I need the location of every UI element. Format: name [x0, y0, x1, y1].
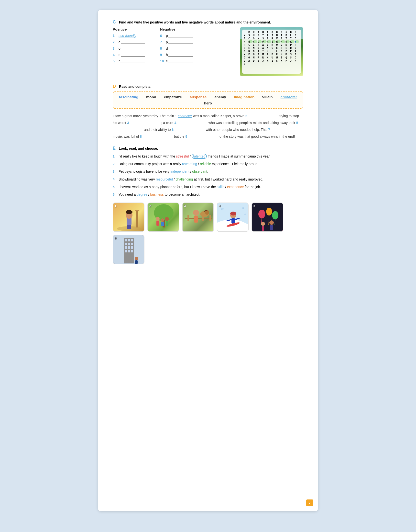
negative-item-7: 7 p	[160, 40, 193, 44]
svg-text:❄: ❄	[242, 206, 244, 210]
section-e-header: E Look, read, and choose.	[113, 146, 303, 151]
svg-rect-60	[131, 250, 133, 252]
wordsearch: MRAHAQDDGOP YSUSTAINABLE FCONSERVATIO NE…	[240, 27, 303, 76]
svg-rect-36	[252, 203, 283, 232]
svg-point-32	[230, 212, 236, 215]
opt-rewarding[interactable]: rewarding	[182, 162, 197, 166]
wb-empathize: empathize	[164, 95, 182, 99]
negative-column: Negative 6 p 7 p 8 d 9 h	[160, 27, 193, 66]
positive-item-3: 3 o	[113, 46, 145, 50]
svg-point-13	[161, 218, 164, 222]
e-item-6: 6 You need a degree / business to become…	[113, 192, 303, 198]
svg-rect-2	[127, 218, 131, 225]
svg-rect-49	[125, 239, 127, 241]
negative-item-6: 6 p	[160, 34, 193, 38]
svg-rect-14	[161, 222, 164, 226]
svg-rect-57	[131, 246, 133, 249]
opt-resourceful[interactable]: resourceful	[156, 177, 173, 181]
images-row: 1	[113, 203, 303, 264]
svg-text:❄: ❄	[244, 213, 246, 216]
svg-rect-55	[125, 246, 127, 249]
svg-point-4	[126, 210, 132, 214]
negative-item-8: 8 d	[160, 46, 193, 50]
positive-column: Positive 1 eco-friendly 2 c 3 o 4	[113, 27, 145, 66]
svg-rect-7	[136, 210, 138, 227]
section-d-header: D Read and complete.	[113, 84, 303, 89]
svg-rect-5	[127, 225, 129, 229]
svg-rect-16	[166, 221, 168, 226]
opt-stressful[interactable]: stressful	[176, 154, 189, 158]
svg-point-45	[269, 220, 274, 225]
svg-rect-18	[187, 215, 189, 221]
page: C Find and write five positive words and…	[98, 10, 318, 511]
wb-imagination: imagination	[234, 95, 254, 99]
section-c: C Find and write five positive words and…	[113, 20, 303, 76]
opt-degree[interactable]: degree	[137, 192, 147, 196]
svg-rect-58	[125, 250, 127, 252]
image-4: 4 ❄ ❄	[217, 203, 249, 232]
image-5: 5	[252, 203, 283, 232]
svg-point-15	[165, 217, 169, 221]
svg-point-41	[272, 211, 278, 219]
negative-item-10: 10 e	[160, 59, 193, 63]
svg-rect-50	[128, 239, 130, 241]
svg-rect-52	[125, 243, 127, 245]
svg-rect-8	[135, 210, 139, 211]
svg-rect-53	[128, 243, 130, 245]
section-e-instruction: Look, read, and choose.	[119, 147, 158, 150]
opt-challenging[interactable]: challenging	[175, 177, 193, 181]
section-e-list: 1 I'd really like to keep in touch with …	[113, 153, 303, 198]
word-bank: fascinating moral empathize suspense ene…	[113, 91, 303, 109]
svg-rect-62	[135, 260, 138, 264]
svg-point-11	[156, 217, 160, 221]
wb-villain: villain	[262, 95, 273, 99]
positive-item-5: 5 r	[113, 59, 145, 63]
opt-skills[interactable]: skills	[217, 185, 224, 189]
svg-rect-44	[262, 226, 264, 231]
svg-rect-28	[231, 218, 235, 224]
e-item-2: 2 Doing our community project was a real…	[113, 161, 303, 167]
e-item-5: 5 I haven't worked as a party planner be…	[113, 184, 303, 190]
opt-reliable[interactable]: reliable	[200, 162, 211, 166]
section-c-header: C Find and write five positive words and…	[113, 20, 303, 25]
svg-point-22	[193, 210, 199, 216]
e-item-1: 1 I'd really like to keep in touch with …	[113, 153, 303, 159]
svg-rect-46	[270, 225, 273, 230]
wb-moral: moral	[146, 95, 156, 99]
opt-experience[interactable]: experience	[227, 185, 244, 189]
opt-observant[interactable]: observant	[192, 170, 207, 173]
opt-talented[interactable]: talented	[192, 154, 207, 159]
section-d-letter: D	[113, 84, 116, 89]
wb-suspense: suspense	[190, 95, 207, 99]
svg-rect-12	[156, 221, 159, 226]
page-number: 7	[306, 499, 313, 506]
svg-rect-56	[128, 246, 130, 249]
wb-hero: hero	[204, 101, 212, 105]
negative-item-9: 9 h	[160, 53, 193, 57]
negative-label: Negative	[160, 27, 193, 31]
positive-label: Positive	[113, 27, 145, 31]
image-1: 1	[113, 203, 144, 232]
section-c-content: Positive 1 eco-friendly 2 c 3 o 4	[113, 27, 303, 76]
positive-item-4: 4 s	[113, 53, 145, 57]
e-item-4: 4 Snowboarding was very resourceful / ch…	[113, 176, 303, 182]
wb-fascinating: fascinating	[119, 95, 138, 99]
section-e: E Look, read, and choose. 1 I'd really l…	[113, 146, 303, 264]
word-lists: Positive 1 eco-friendly 2 c 3 o 4	[113, 27, 235, 66]
svg-point-39	[266, 208, 272, 215]
svg-rect-59	[128, 250, 130, 252]
svg-rect-51	[131, 239, 133, 241]
svg-point-61	[135, 257, 138, 260]
section-d-instruction: Read and complete.	[119, 85, 151, 89]
svg-rect-17	[185, 218, 212, 219]
wb-enemy: enemy	[214, 95, 226, 99]
e-item-3: 3 Pet psychologists have to be very inde…	[113, 169, 303, 175]
svg-rect-21	[209, 215, 211, 221]
svg-point-43	[261, 222, 265, 226]
positive-item-2: 2 c	[113, 40, 145, 44]
opt-independent[interactable]: independent	[170, 170, 189, 173]
fill-in-text: I saw a great movie yesterday. The main …	[113, 113, 303, 140]
answer-1: character	[178, 114, 192, 118]
opt-business[interactable]: business	[150, 192, 164, 196]
svg-rect-54	[131, 243, 133, 245]
